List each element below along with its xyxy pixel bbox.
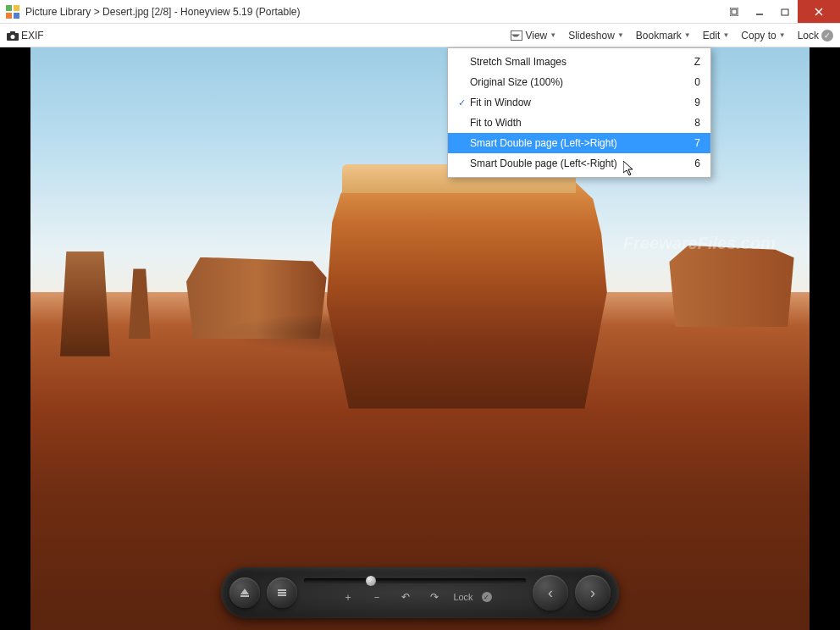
chevron-down-icon: ▼	[550, 31, 556, 39]
chevron-right-icon: ›	[590, 584, 595, 602]
player-controls: ＋ － ↶ ↷ Lock ✓ ‹ ›	[221, 567, 619, 618]
option-label: Fit to Width	[470, 117, 683, 129]
svg-rect-15	[278, 589, 286, 591]
shortcut-key: 7	[683, 137, 700, 149]
menu-button[interactable]	[267, 578, 297, 608]
hamburger-icon	[276, 587, 288, 599]
image-viewer[interactable]: FreewareFiles.com ＋ － ↶ ↷ Lock ✓ ‹	[0, 47, 840, 630]
window-title: Picture Library > Desert.jpg [2/8] - Hon…	[25, 6, 721, 18]
svg-rect-1	[14, 5, 19, 11]
chevron-down-icon: ▼	[617, 31, 624, 39]
zoom-out-button[interactable]: －	[367, 587, 387, 607]
view-option-2[interactable]: ✓Fit in Window9	[448, 92, 710, 113]
svg-rect-7	[782, 9, 788, 15]
maximize-icon	[781, 8, 789, 16]
view-mode-icon	[511, 30, 522, 41]
svg-rect-0	[6, 5, 12, 11]
lock-label: Lock	[798, 30, 819, 41]
svg-rect-14	[240, 595, 249, 597]
bookmark-menu[interactable]: Bookmark ▼	[636, 30, 691, 41]
player-lock-label: Lock	[453, 592, 472, 602]
slideshow-label: Slideshow	[568, 30, 615, 41]
toolbar: EXIF View ▼ Slideshow ▼ Bookmark ▼ Edit …	[0, 24, 840, 47]
shortcut-key: 9	[683, 97, 700, 108]
close-icon	[814, 7, 824, 17]
exif-button[interactable]: EXIF	[7, 30, 44, 41]
app-icon	[5, 4, 20, 19]
zoom-in-button[interactable]: ＋	[338, 587, 358, 607]
view-dropdown: Stretch Small ImagesZOriginal Size (100%…	[447, 47, 711, 178]
svg-marker-13	[240, 589, 249, 594]
svg-point-12	[11, 35, 15, 39]
watermark-text: FreewareFiles.com	[623, 234, 776, 253]
option-label: Stretch Small Images	[470, 56, 683, 68]
edit-label: Edit	[703, 30, 721, 41]
fullscreen-icon	[730, 8, 738, 16]
svg-rect-3	[14, 13, 19, 19]
chevron-left-icon: ‹	[548, 584, 553, 602]
copyto-label: Copy to	[741, 30, 776, 41]
zoom-slider[interactable]	[304, 578, 526, 583]
bookmark-label: Bookmark	[636, 30, 682, 41]
slideshow-menu[interactable]: Slideshow ▼	[568, 30, 624, 41]
fullscreen-button[interactable]	[721, 0, 747, 23]
view-menu[interactable]: View ▼	[511, 30, 556, 41]
chevron-down-icon: ▼	[684, 31, 691, 39]
close-button[interactable]	[798, 0, 840, 23]
svg-rect-2	[6, 13, 12, 19]
shortcut-key: Z	[683, 56, 700, 68]
chevron-down-icon: ▼	[722, 31, 729, 39]
view-label: View	[525, 30, 547, 41]
chevron-down-icon: ▼	[779, 31, 786, 39]
next-button[interactable]: ›	[575, 575, 611, 611]
option-label: Smart Double page (Left<-Right)	[470, 158, 683, 169]
rotate-left-button[interactable]: ↶	[395, 587, 416, 607]
shortcut-key: 6	[683, 158, 700, 169]
copy-to-menu[interactable]: Copy to ▼	[741, 30, 785, 41]
rotate-right-button[interactable]: ↷	[424, 587, 445, 607]
svg-rect-16	[278, 592, 286, 594]
exif-label: EXIF	[21, 30, 44, 41]
titlebar: Picture Library > Desert.jpg [2/8] - Hon…	[0, 0, 840, 24]
svg-rect-5	[732, 9, 737, 14]
eject-button[interactable]	[229, 578, 260, 608]
option-label: Fit in Window	[470, 97, 683, 108]
option-label: Original Size (100%)	[470, 76, 683, 88]
svg-rect-17	[278, 594, 286, 596]
view-option-0[interactable]: Stretch Small ImagesZ	[448, 52, 710, 72]
shortcut-key: 0	[683, 76, 700, 88]
camera-icon	[7, 30, 19, 41]
view-option-5[interactable]: Smart Double page (Left<-Right)6	[448, 153, 710, 174]
view-option-3[interactable]: Fit to Width8	[448, 113, 710, 133]
check-circle-icon: ✓	[482, 592, 492, 602]
minimize-button[interactable]	[747, 0, 772, 23]
option-label: Smart Double page (Left->Right)	[470, 137, 683, 149]
check-circle-icon: ✓	[821, 30, 833, 41]
maximize-button[interactable]	[772, 0, 798, 23]
view-option-4[interactable]: Smart Double page (Left->Right)7	[448, 133, 710, 153]
slider-thumb[interactable]	[366, 576, 376, 586]
view-option-1[interactable]: Original Size (100%)0	[448, 72, 710, 92]
svg-rect-11	[10, 31, 15, 34]
lock-toggle[interactable]: Lock ✓	[798, 30, 833, 41]
edit-menu[interactable]: Edit ▼	[703, 30, 730, 41]
prev-button[interactable]: ‹	[533, 575, 568, 611]
eject-icon	[239, 587, 251, 599]
shortcut-key: 8	[683, 117, 700, 129]
check-icon: ✓	[453, 97, 470, 108]
minimize-icon	[755, 8, 764, 16]
